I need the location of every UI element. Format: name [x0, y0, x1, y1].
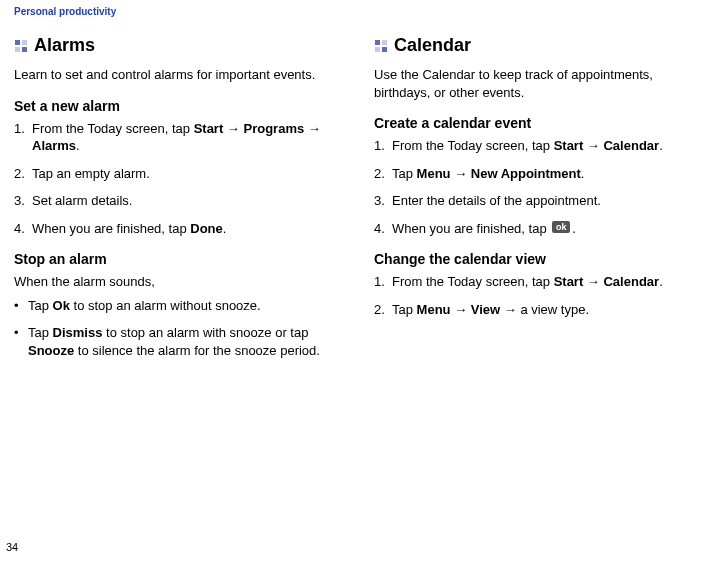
stop-alarm-bullet-1: Tap Ok to stop an alarm without snooze. — [14, 297, 338, 315]
text: From the Today screen, tap — [392, 138, 554, 153]
create-event-steps: From the Today screen, tap Start → Calen… — [374, 137, 698, 237]
bold: Dismiss — [53, 325, 103, 340]
arrow: → — [500, 302, 520, 317]
set-alarm-step-4: When you are finished, tap Done. — [14, 220, 338, 238]
column-calendar: Calendar Use the Calendar to keep track … — [374, 29, 698, 369]
text: From the Today screen, tap — [32, 121, 194, 136]
bold: Start — [194, 121, 224, 136]
svg-rect-2 — [15, 47, 20, 52]
create-event-step-2: Tap Menu → New Appointment. — [374, 165, 698, 183]
change-view-step-1: From the Today screen, tap Start → Calen… — [374, 273, 698, 291]
bold: Done — [190, 221, 223, 236]
bold: Calendar — [603, 274, 659, 289]
svg-rect-4 — [375, 40, 380, 45]
two-column-layout: Alarms Learn to set and control alarms f… — [14, 29, 698, 369]
set-alarm-heading: Set a new alarm — [14, 98, 338, 114]
page-number: 34 — [6, 541, 18, 553]
text: to silence the alarm for the snooze peri… — [74, 343, 320, 358]
ok-icon: ok — [552, 221, 570, 233]
arrow: → — [583, 274, 603, 289]
svg-rect-1 — [22, 40, 27, 45]
breadcrumb: Personal productivity — [14, 6, 698, 17]
bold: Alarms — [32, 138, 76, 153]
stop-alarm-bullets: Tap Ok to stop an alarm without snooze. … — [14, 297, 338, 360]
svg-rect-3 — [22, 47, 27, 52]
bold: New Appointment — [471, 166, 581, 181]
change-view-steps: From the Today screen, tap Start → Calen… — [374, 273, 698, 318]
text: Tap — [392, 302, 417, 317]
text: From the Today screen, tap — [392, 274, 554, 289]
stop-alarm-heading: Stop an alarm — [14, 251, 338, 267]
svg-rect-0 — [15, 40, 20, 45]
squares-icon — [14, 39, 28, 53]
change-view-step-2: Tap Menu → View → a view type. — [374, 301, 698, 319]
arrow: → — [451, 166, 471, 181]
svg-rect-6 — [375, 47, 380, 52]
bold: Start — [554, 274, 584, 289]
alarms-title: Alarms — [34, 35, 95, 56]
manual-page: Personal productivity Alarms Learn to se… — [0, 0, 716, 561]
arrow: → — [304, 121, 321, 136]
alarms-heading: Alarms — [14, 35, 338, 56]
alarms-intro: Learn to set and control alarms for impo… — [14, 66, 338, 84]
text: Tap — [28, 325, 53, 340]
text: When you are finished, tap — [32, 221, 190, 236]
svg-rect-5 — [382, 40, 387, 45]
bold: Snooze — [28, 343, 74, 358]
bold: Start — [554, 138, 584, 153]
create-event-step-3: Enter the details of the appointment. — [374, 192, 698, 210]
text: Tap — [392, 166, 417, 181]
period: . — [659, 138, 663, 153]
bold: Calendar — [603, 138, 659, 153]
bold: Ok — [53, 298, 70, 313]
stop-alarm-bullet-2: Tap Dismiss to stop an alarm with snooze… — [14, 324, 338, 359]
calendar-intro: Use the Calendar to keep track of appoin… — [374, 66, 698, 101]
text: to stop an alarm with snooze or tap — [102, 325, 308, 340]
set-alarm-step-1: From the Today screen, tap Start → Progr… — [14, 120, 338, 155]
change-view-heading: Change the calendar view — [374, 251, 698, 267]
create-event-step-4: When you are finished, tap ok. — [374, 220, 698, 238]
svg-rect-7 — [382, 47, 387, 52]
bold: Menu — [417, 302, 451, 317]
bold: Programs — [243, 121, 304, 136]
text: to stop an alarm without snooze. — [70, 298, 261, 313]
bold: Menu — [417, 166, 451, 181]
calendar-heading: Calendar — [374, 35, 698, 56]
set-alarm-steps: From the Today screen, tap Start → Progr… — [14, 120, 338, 238]
text: When you are finished, tap — [392, 221, 550, 236]
arrow: → — [451, 302, 471, 317]
set-alarm-step-2: Tap an empty alarm. — [14, 165, 338, 183]
create-event-step-1: From the Today screen, tap Start → Calen… — [374, 137, 698, 155]
create-event-heading: Create a calendar event — [374, 115, 698, 131]
bold: View — [471, 302, 500, 317]
period: . — [581, 166, 585, 181]
period: . — [572, 221, 576, 236]
column-alarms: Alarms Learn to set and control alarms f… — [14, 29, 338, 369]
text: Tap — [28, 298, 53, 313]
text: a view type. — [520, 302, 589, 317]
period: . — [659, 274, 663, 289]
stop-alarm-lead: When the alarm sounds, — [14, 273, 338, 291]
squares-icon — [374, 39, 388, 53]
calendar-title: Calendar — [394, 35, 471, 56]
period: . — [76, 138, 80, 153]
set-alarm-step-3: Set alarm details. — [14, 192, 338, 210]
arrow: → — [583, 138, 603, 153]
arrow: → — [223, 121, 243, 136]
period: . — [223, 221, 227, 236]
